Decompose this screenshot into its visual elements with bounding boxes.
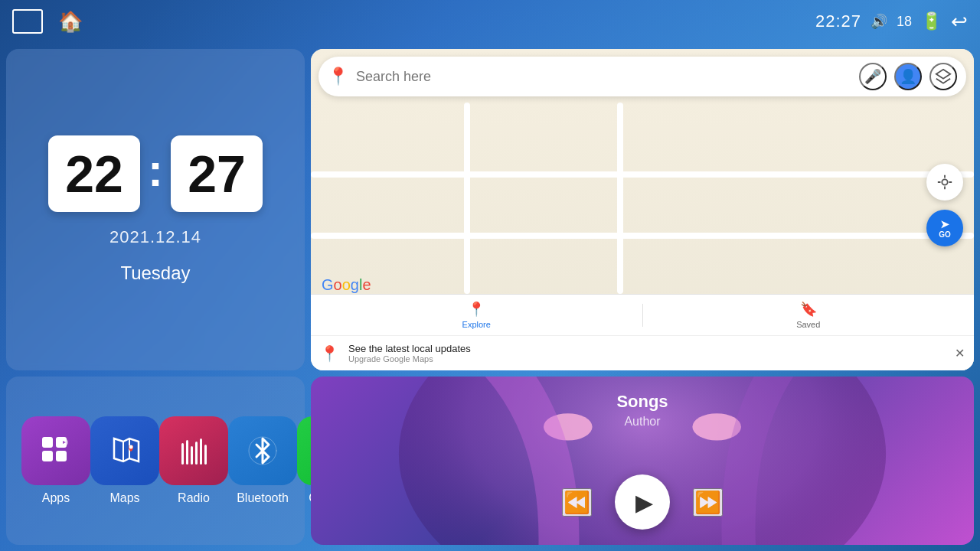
map-road-h1	[311, 171, 974, 178]
home-icon[interactable]: 🏠	[58, 10, 83, 34]
svg-rect-17	[186, 440, 188, 465]
map-tabs: 📍 Explore 🔖 Saved	[311, 294, 974, 335]
map-mic-button[interactable]: 🎤	[859, 63, 887, 90]
map-road-v2	[617, 103, 623, 294]
radio-icon	[159, 416, 228, 485]
app-item-apps[interactable]: Apps	[21, 416, 90, 505]
navigation-icon: ➤	[940, 218, 949, 230]
app-item-bluetooth[interactable]: Bluetooth	[228, 416, 297, 505]
notice-sub: Upgrade Google Maps	[348, 354, 946, 364]
music-panel: Songs Author ⏪ ▶ ⏩	[311, 377, 974, 545]
tab-saved[interactable]: 🔖 Saved	[643, 295, 975, 335]
main-content: 22 : 27 2021.12.14 Tuesday 📍 🎤 👤	[0, 43, 980, 551]
map-road-v1	[464, 103, 470, 294]
go-label: GO	[939, 230, 951, 239]
map-location-button[interactable]	[926, 164, 963, 201]
clock-date: 2021.12.14	[109, 227, 201, 247]
map-road-h2	[311, 233, 974, 239]
svg-rect-6	[42, 437, 53, 448]
explore-label: Explore	[462, 320, 491, 329]
music-prev-button[interactable]: ⏪	[562, 488, 592, 517]
bluetooth-icon	[228, 416, 297, 485]
notice-title: See the latest local updates	[348, 343, 946, 354]
map-search-bar[interactable]: 📍 🎤 👤	[318, 57, 966, 96]
maps-label: Maps	[109, 491, 139, 505]
svg-rect-16	[181, 443, 184, 465]
svg-point-15	[129, 445, 133, 449]
svg-rect-19	[195, 442, 198, 465]
map-go-button[interactable]: ➤ GO	[926, 210, 963, 246]
clock-day: Tuesday	[120, 262, 190, 284]
map-notice: 📍 See the latest local updates Upgrade G…	[311, 335, 974, 370]
svg-rect-9	[56, 451, 67, 461]
window-icon[interactable]	[12, 9, 43, 34]
music-controls: ⏪ ▶ ⏩	[311, 474, 974, 530]
map-panel: 📍 🎤 👤 ➤ GO	[311, 49, 974, 370]
notice-close-button[interactable]: ✕	[955, 346, 965, 360]
music-author: Author	[311, 415, 974, 429]
apps-label: Apps	[42, 491, 70, 505]
app-item-maps[interactable]: Maps	[90, 416, 159, 505]
bluetooth-label: Bluetooth	[237, 491, 289, 505]
music-play-button[interactable]: ▶	[615, 474, 670, 530]
svg-marker-12	[114, 439, 139, 461]
maps-pin-icon: 📍	[328, 67, 348, 86]
apps-row: Apps Maps	[6, 377, 305, 545]
svg-rect-8	[42, 451, 53, 461]
map-user-button[interactable]: 👤	[894, 63, 922, 90]
maps-icon	[90, 416, 159, 485]
music-title: Songs	[311, 392, 974, 412]
svg-point-1	[942, 179, 947, 184]
battery-icon: 🔋	[921, 11, 942, 31]
status-bar-left: 🏠	[12, 9, 83, 34]
app-item-radio[interactable]: Radio	[159, 416, 228, 505]
tab-explore[interactable]: 📍 Explore	[311, 295, 642, 335]
clock-minute: 27	[171, 135, 263, 212]
apps-icon	[21, 416, 90, 485]
svg-marker-0	[936, 70, 950, 79]
clock-colon: :	[148, 144, 163, 197]
music-info: Songs Author	[311, 392, 974, 429]
svg-rect-20	[200, 439, 202, 465]
clock-display: 22 : 27	[48, 135, 263, 212]
status-bar: 🏠 22:27 🔊 18 🔋 ↩	[0, 0, 980, 43]
google-logo: Google	[322, 276, 371, 294]
back-icon[interactable]: ↩	[951, 10, 968, 34]
status-bar-right: 22:27 🔊 18 🔋 ↩	[815, 10, 968, 34]
svg-rect-18	[191, 446, 193, 465]
status-time: 22:27	[815, 11, 861, 31]
music-next-button[interactable]: ⏩	[693, 488, 723, 517]
notice-text: See the latest local updates Upgrade Goo…	[348, 343, 946, 364]
svg-rect-21	[204, 445, 207, 465]
volume-icon: 🔊	[871, 13, 887, 30]
notice-maps-icon: 📍	[320, 344, 339, 363]
explore-icon: 📍	[468, 301, 485, 318]
volume-level: 18	[897, 14, 912, 30]
saved-icon: 🔖	[800, 301, 817, 318]
play-icon: ▶	[635, 489, 653, 516]
clock-panel: 22 : 27 2021.12.14 Tuesday	[6, 49, 305, 370]
map-search-input[interactable]	[356, 69, 851, 85]
radio-label: Radio	[178, 491, 210, 505]
clock-hour: 22	[48, 135, 140, 212]
saved-label: Saved	[796, 320, 820, 329]
map-layers-button[interactable]	[929, 63, 957, 90]
